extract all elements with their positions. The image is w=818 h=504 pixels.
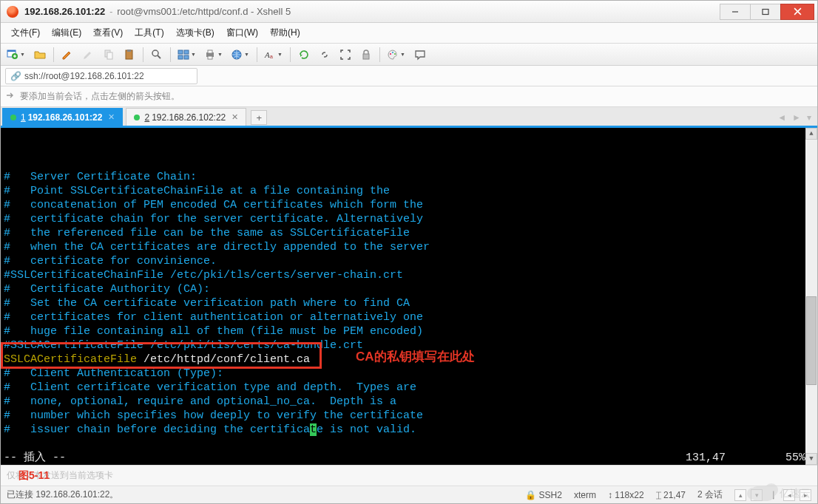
search-icon — [151, 49, 163, 61]
input-footer[interactable]: 图5-11 仅将文本发送到当前选项卡 — [1, 465, 817, 486]
palette-button[interactable]: ▼ — [384, 46, 409, 64]
menu-tools[interactable]: 工具(T) — [129, 24, 169, 42]
menu-file[interactable]: 文件(F) — [5, 24, 46, 42]
terminal-view[interactable]: # Server Certificate Chain:# Point SSLCe… — [1, 128, 817, 465]
menu-tab[interactable]: 选项卡(B) — [170, 24, 220, 42]
marker-icon — [82, 49, 94, 61]
status-proto: SSH2 — [539, 490, 562, 500]
status-dot-icon — [134, 115, 140, 120]
page-prev-icon[interactable]: ◂ — [783, 489, 795, 501]
svg-text:a: a — [270, 54, 273, 59]
page-next-icon[interactable]: ▸ — [800, 489, 811, 501]
menu-window[interactable]: 窗口(W) — [220, 24, 264, 42]
new-session-button[interactable]: ▼ — [4, 46, 29, 64]
session-tab-1[interactable]: 1 192.168.26.101:22 ✕ — [2, 108, 123, 126]
page-up-icon[interactable]: ▴ — [734, 489, 746, 501]
status-dot-icon — [10, 115, 16, 120]
titlebar[interactable]: 192.168.26.101:22 - root@vms001:/etc/htt… — [1, 1, 817, 23]
open-icon — [34, 49, 46, 61]
terminal-line: # the referenced file can be the same as… — [4, 226, 814, 240]
fullscreen-icon — [339, 49, 351, 61]
statusbar: 已连接 192.168.26.101:22。 🔒 SSH2 xterm ↕ 11… — [1, 486, 817, 503]
printer-button[interactable]: ▼ — [201, 46, 226, 64]
tab-menu-icon[interactable]: ▾ — [807, 112, 811, 123]
maximize-button[interactable] — [750, 4, 781, 20]
svg-rect-17 — [178, 55, 183, 59]
terminal-line: # none, optional, require and optional_n… — [4, 395, 814, 409]
terminal-line: # Point SSLCertificateChainFile at a fil… — [4, 184, 814, 198]
scroll-up-icon[interactable]: ▲ — [805, 128, 817, 140]
pencil-button[interactable] — [58, 46, 77, 64]
hint-text: 要添加当前会话，点击左侧的箭头按钮。 — [20, 90, 180, 103]
tab-close-icon[interactable]: ✕ — [231, 112, 238, 122]
globe-icon — [231, 49, 243, 61]
font-button[interactable]: Aa ▼ — [261, 46, 286, 64]
tab-close-icon[interactable]: ✕ — [108, 112, 115, 122]
menu-edit[interactable]: 编辑(E) — [46, 24, 87, 42]
menu-view[interactable]: 查看(V) — [87, 24, 129, 42]
svg-point-13 — [152, 50, 158, 56]
svg-rect-18 — [184, 55, 189, 59]
tab-label: 192.168.26.102:22 — [152, 112, 226, 123]
terminal-scrollbar[interactable]: ▲ ▼ — [805, 128, 817, 465]
title-host: 192.168.26.101:22 — [24, 6, 105, 17]
terminal-line: # Client certificate verification type a… — [4, 381, 814, 395]
link-button[interactable] — [315, 46, 334, 64]
bookmark-arrow-icon[interactable] — [5, 90, 16, 103]
address-input[interactable]: 🔗 ssh://root@192.168.26.101:22 — [5, 68, 197, 84]
terminal-line: #SSLCertificateChainFile /etc/pki/tls/ce… — [4, 268, 814, 282]
svg-rect-20 — [208, 50, 212, 53]
terminal-line: # number which specifies how deeply to v… — [4, 409, 814, 423]
menu-help[interactable]: 帮助(H) — [264, 24, 306, 42]
menubar: 文件(F) 编辑(E) 查看(V) 工具(T) 选项卡(B) 窗口(W) 帮助(… — [1, 23, 817, 44]
terminal-line: # huge file containing all of them (file… — [4, 324, 814, 338]
add-tab-button[interactable]: + — [251, 110, 267, 125]
status-size: 118x22 — [615, 490, 643, 500]
lock-button[interactable] — [356, 46, 376, 64]
globe-button[interactable]: ▼ — [228, 46, 253, 64]
session-tab-2[interactable]: 2 192.168.26.102:22 ✕ — [126, 108, 246, 126]
terminal-line: # Certificate Authority (CA): — [4, 282, 814, 296]
chat-button[interactable] — [410, 46, 430, 64]
search-button[interactable] — [147, 46, 166, 64]
status-cursor: 21,47 — [663, 490, 686, 500]
refresh-button[interactable] — [294, 46, 314, 64]
minimize-button[interactable] — [720, 4, 751, 20]
tab-next-icon[interactable]: ► — [792, 112, 801, 123]
annotation-box — [1, 342, 322, 369]
status-term: xterm — [574, 490, 596, 500]
title-separator: - — [109, 7, 112, 17]
terminal-line: # certificate chain for the server certi… — [4, 212, 814, 226]
tab-nav: ◄ ► ▾ — [777, 112, 811, 123]
svg-line-14 — [158, 55, 160, 58]
cursor-icon: ⌶ — [656, 490, 661, 500]
copy-icon — [103, 49, 115, 61]
page-sep-icon: ┃ — [767, 489, 779, 501]
svg-text:A: A — [264, 50, 270, 59]
palette-icon — [387, 49, 399, 61]
svg-rect-21 — [208, 56, 212, 59]
terminal-line: # Server Certificate Chain: — [4, 170, 814, 184]
hint-row: 要添加当前会话，点击左侧的箭头按钮。 — [1, 86, 817, 107]
marker-button[interactable] — [78, 46, 98, 64]
close-button[interactable] — [780, 4, 814, 20]
scroll-down-icon[interactable]: ▼ — [805, 453, 817, 465]
open-button[interactable] — [30, 46, 50, 64]
copy-button[interactable] — [99, 46, 118, 64]
paste-button[interactable] — [120, 46, 139, 64]
svg-point-27 — [392, 52, 393, 53]
fullscreen-button[interactable] — [336, 46, 355, 64]
new-session-icon — [7, 49, 18, 61]
pager: ▴ ▾ ┃ ◂ ▸ — [734, 489, 811, 501]
terminal-line: # issuer chain before deciding the certi… — [4, 423, 814, 437]
address-text: ssh://root@192.168.26.101:22 — [24, 71, 144, 81]
link-icon: 🔗 — [10, 71, 21, 81]
tab-prev-icon[interactable]: ◄ — [777, 112, 786, 123]
layout-button[interactable]: ▼ — [175, 46, 200, 64]
page-down-icon[interactable]: ▾ — [751, 489, 763, 501]
link-icon — [319, 49, 331, 61]
scroll-thumb[interactable] — [806, 296, 817, 385]
toolbar: ▼ ▼ ▼ ▼ — [1, 44, 817, 66]
tab-label: 192.168.26.101:22 — [28, 112, 103, 123]
svg-point-28 — [394, 53, 396, 55]
